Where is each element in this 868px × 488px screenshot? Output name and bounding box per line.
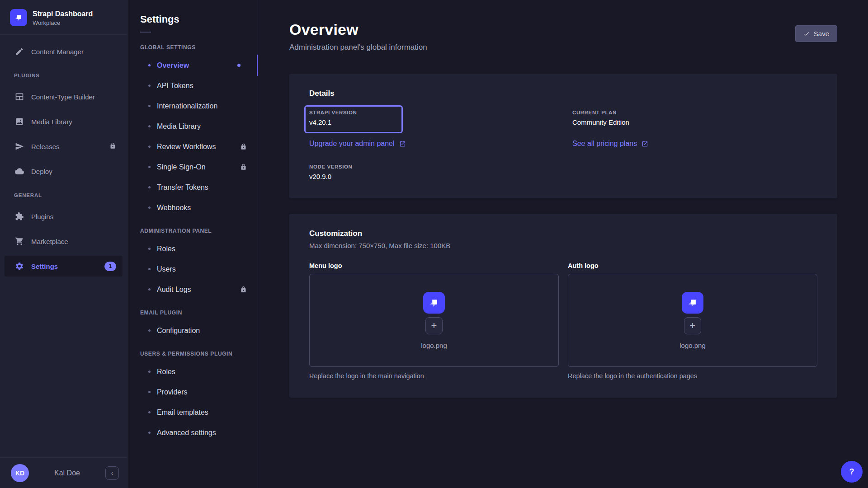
sidebar-item-label: Deploy bbox=[31, 168, 52, 175]
sidebar-item-label: Marketplace bbox=[31, 238, 68, 245]
subnav-item-api-tokens[interactable]: API Tokens bbox=[127, 75, 258, 96]
sidebar-footer: KD Kai Doe ‹ bbox=[0, 457, 127, 488]
pricing-link-label: See all pricing plans bbox=[572, 140, 637, 148]
subnav-item-label: Single Sign-On bbox=[157, 163, 206, 171]
subnav-section-global-settings: GLOBAL SETTINGS bbox=[127, 44, 258, 51]
page-title: Overview bbox=[289, 21, 427, 38]
subnav-item-label: Transfer Tokens bbox=[157, 183, 208, 192]
subnav-item-label: Configuration bbox=[157, 327, 200, 335]
bullet-icon bbox=[148, 206, 151, 209]
image-icon bbox=[15, 117, 24, 126]
subnav-item-label: Webhooks bbox=[157, 204, 191, 212]
subnav-title: Settings bbox=[127, 0, 258, 25]
strapi-logo-icon bbox=[423, 292, 445, 314]
sidebar-item-content-type-builder[interactable]: Content-Type Builder bbox=[0, 86, 127, 107]
sidebar-item-releases[interactable]: Releases bbox=[0, 136, 127, 157]
bullet-icon bbox=[148, 288, 151, 291]
current-plan-label: CURRENT PLAN bbox=[572, 110, 629, 115]
help-button[interactable]: ? bbox=[841, 461, 863, 483]
sidebar-section-general: GENERAL bbox=[0, 192, 127, 198]
subnav-item-providers[interactable]: Providers bbox=[127, 382, 258, 402]
sidebar-item-content-manager[interactable]: Content Manager bbox=[0, 41, 127, 62]
subnav-section-users-permissions: USERS & PERMISSIONS PLUGIN bbox=[127, 351, 258, 357]
auth-logo-upload-box[interactable]: + logo.png bbox=[568, 274, 817, 367]
menu-logo-filename: logo.png bbox=[421, 342, 447, 349]
plus-icon: + bbox=[431, 321, 437, 331]
menu-logo-upload-box[interactable]: + logo.png bbox=[309, 274, 559, 367]
sidebar-item-marketplace[interactable]: Marketplace bbox=[0, 231, 127, 252]
subnav-item-media-library[interactable]: Media Library bbox=[127, 116, 258, 136]
auth-logo-label: Auth logo bbox=[568, 262, 817, 269]
current-plan-field: CURRENT PLAN Community Edition bbox=[572, 110, 629, 126]
paper-plane-icon bbox=[15, 142, 24, 151]
bullet-icon bbox=[148, 432, 151, 434]
subnav-item-internationalization[interactable]: Internationalization bbox=[127, 96, 258, 116]
auth-logo-caption: Replace the logo in the authentication p… bbox=[568, 372, 817, 380]
subnav-item-label: Email templates bbox=[157, 408, 208, 417]
lock-icon bbox=[109, 142, 116, 150]
subnav-item-webhooks[interactable]: Webhooks bbox=[127, 197, 258, 218]
sidebar-item-label: Content-Type Builder bbox=[31, 93, 95, 101]
upgrade-link-label: Upgrade your admin panel bbox=[309, 140, 395, 148]
check-icon bbox=[803, 31, 810, 37]
external-link-icon bbox=[642, 141, 648, 147]
save-button[interactable]: Save bbox=[795, 25, 837, 42]
bullet-icon bbox=[148, 145, 151, 148]
subnav-item-audit-logs[interactable]: Audit Logs bbox=[127, 279, 258, 300]
app-sidebar: Strapi Dashboard Workplace Content Manag… bbox=[0, 0, 127, 488]
bullet-icon bbox=[148, 268, 151, 270]
bullet-icon bbox=[148, 248, 151, 250]
upgrade-admin-panel-link[interactable]: Upgrade your admin panel bbox=[309, 140, 406, 148]
sidebar-item-settings[interactable]: Settings 1 bbox=[5, 256, 123, 277]
subnav-section-admin-panel: ADMINISTRATION PANEL bbox=[127, 228, 258, 234]
bullet-icon bbox=[148, 186, 151, 188]
sidebar-item-plugins[interactable]: Plugins bbox=[0, 206, 127, 227]
bullet-icon bbox=[148, 105, 151, 107]
subnav-item-label: Audit Logs bbox=[157, 286, 191, 294]
bullet-icon bbox=[148, 166, 151, 168]
bullet-icon bbox=[148, 371, 151, 373]
subnav-item-review-workflows[interactable]: Review Workflows bbox=[127, 136, 258, 157]
cart-icon bbox=[15, 237, 24, 246]
subnav-item-advanced-settings[interactable]: Advanced settings bbox=[127, 422, 258, 443]
subnav-item-email-templates[interactable]: Email templates bbox=[127, 402, 258, 422]
subnav-item-label: API Tokens bbox=[157, 82, 193, 90]
subnav-item-label: Users bbox=[157, 265, 176, 273]
bullet-icon bbox=[148, 391, 151, 393]
add-logo-button[interactable]: + bbox=[425, 317, 443, 334]
subnav-item-single-sign-on[interactable]: Single Sign-On bbox=[127, 157, 258, 177]
details-heading: Details bbox=[309, 89, 817, 98]
subnav-item-configuration[interactable]: Configuration bbox=[127, 320, 258, 341]
bullet-icon bbox=[148, 64, 151, 66]
menu-logo-caption: Replace the logo in the main navigation bbox=[309, 372, 559, 380]
add-logo-button[interactable]: + bbox=[684, 317, 701, 334]
subnav-item-label: Providers bbox=[157, 388, 188, 396]
puzzle-icon bbox=[15, 212, 24, 221]
node-version-label: NODE VERSION bbox=[309, 164, 352, 169]
current-plan-value: Community Edition bbox=[572, 118, 629, 126]
subnav-item-overview[interactable]: Overview bbox=[127, 55, 258, 75]
brand-title: Strapi Dashboard bbox=[33, 9, 93, 19]
question-mark-icon: ? bbox=[849, 467, 854, 477]
subnav-item-transfer-tokens[interactable]: Transfer Tokens bbox=[127, 177, 258, 197]
pricing-plans-link[interactable]: See all pricing plans bbox=[572, 140, 648, 148]
subnav-section-email-plugin: EMAIL PLUGIN bbox=[127, 310, 258, 316]
auth-logo-filename: logo.png bbox=[679, 342, 706, 349]
subnav-item-users[interactable]: Users bbox=[127, 259, 258, 279]
customization-card: Customization Max dimension: 750×750, Ma… bbox=[289, 214, 837, 398]
subnav-item-label: Advanced settings bbox=[157, 429, 216, 437]
sidebar-item-deploy[interactable]: Deploy bbox=[0, 161, 127, 182]
subnav-item-label: Roles bbox=[157, 245, 175, 253]
avatar[interactable]: KD bbox=[11, 464, 29, 482]
notification-dot-icon bbox=[237, 64, 241, 67]
subnav-item-roles[interactable]: Roles bbox=[127, 239, 258, 259]
strapi-logo-icon bbox=[682, 292, 703, 314]
sidebar-item-label: Content Manager bbox=[31, 48, 84, 56]
collapse-sidebar-button[interactable]: ‹ bbox=[105, 466, 119, 480]
subnav-item-label: Overview bbox=[157, 61, 189, 70]
subnav-item-label: Media Library bbox=[157, 122, 201, 131]
lock-icon bbox=[240, 164, 247, 170]
sidebar-item-media-library[interactable]: Media Library bbox=[0, 111, 127, 132]
page-subtitle: Administration panel's global informatio… bbox=[289, 43, 427, 52]
subnav-item-up-roles[interactable]: Roles bbox=[127, 361, 258, 382]
